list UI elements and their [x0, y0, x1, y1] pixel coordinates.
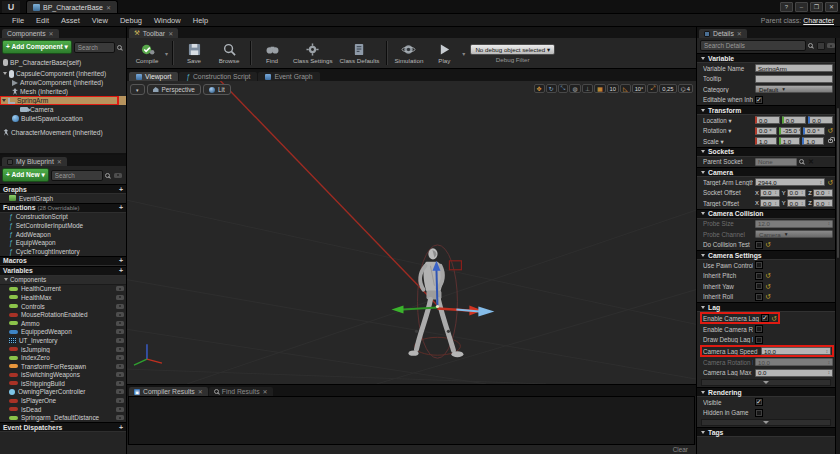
menu-view[interactable]: View: [86, 16, 114, 25]
expander-icon[interactable]: [4, 278, 8, 281]
browse-button[interactable]: Browse: [212, 43, 246, 64]
section-camera-settings[interactable]: Camera Settings: [697, 250, 835, 260]
close-button[interactable]: ✕: [825, 2, 838, 12]
section-camera[interactable]: Camera: [697, 167, 835, 177]
expand-advanced-button[interactable]: [701, 419, 831, 426]
graphs-header[interactable]: Graphs+: [0, 184, 126, 194]
eye-icon[interactable]: [116, 381, 124, 386]
details-search-input[interactable]: [700, 40, 806, 51]
target-offset-y-field[interactable]: 0.0↕: [787, 199, 807, 207]
location-y-field[interactable]: 0.0: [782, 116, 807, 124]
find-button[interactable]: Find: [255, 43, 289, 64]
view-options-icon[interactable]: [114, 173, 122, 178]
tooltip-field[interactable]: [755, 75, 833, 83]
list-item-eventgraph[interactable]: EventGraph: [0, 194, 126, 203]
add-macro-icon[interactable]: +: [119, 257, 123, 264]
camera-lag-max-distance-field[interactable]: 0.0↕: [755, 369, 833, 377]
eye-icon[interactable]: [116, 389, 124, 394]
add-component-button[interactable]: + Add Component ▾: [2, 40, 72, 54]
menu-help[interactable]: Help: [187, 16, 214, 25]
tree-item-camera[interactable]: Camera: [0, 105, 126, 114]
menu-debug[interactable]: Debug: [114, 16, 148, 25]
reset-icon[interactable]: [765, 272, 771, 279]
draw-debug-lag-checkbox[interactable]: [755, 336, 763, 344]
play-options-caret-icon[interactable]: ▾: [462, 50, 465, 57]
eye-icon[interactable]: [116, 347, 124, 352]
socket-offset-label[interactable]: Socket Offset: [703, 189, 753, 196]
expander-icon[interactable]: [3, 72, 7, 75]
eye-icon[interactable]: [116, 286, 124, 291]
eye-icon[interactable]: [116, 295, 124, 300]
tab-event-graph[interactable]: Event Graph: [258, 72, 319, 81]
scale-label[interactable]: Scale ▾: [703, 138, 753, 145]
tab-construction-script[interactable]: ƒConstruction Script: [179, 72, 257, 81]
tree-item-charactermovement[interactable]: CharacterMovement (Inherited): [0, 128, 126, 137]
reset-icon[interactable]: [765, 241, 771, 248]
variables-category-components[interactable]: Components: [0, 276, 126, 285]
macros-header[interactable]: Macros+: [0, 256, 126, 266]
list-item-variable[interactable]: HealthCurrent: [0, 285, 126, 294]
grid-snap-toggle-button[interactable]: ▦: [594, 84, 606, 93]
list-item-variable[interactable]: UT_Inventory: [0, 336, 126, 345]
rotation-z-field[interactable]: 0.0 °: [803, 127, 825, 135]
list-item-variable[interactable]: Springarm_DefaultDistance: [0, 413, 126, 422]
inherit-pitch-checkbox[interactable]: [755, 272, 763, 280]
compile-options-caret-icon[interactable]: ▾: [165, 50, 168, 57]
list-item-variable[interactable]: isShippingBuild: [0, 379, 126, 388]
eye-icon[interactable]: [116, 407, 124, 412]
save-button[interactable]: Save: [177, 43, 211, 64]
compiler-results-close-icon[interactable]: ✕: [198, 388, 203, 395]
use-pawn-control-checkbox[interactable]: [755, 261, 763, 269]
eye-icon[interactable]: [116, 304, 124, 309]
location-z-field[interactable]: 0.0: [808, 116, 833, 124]
tab-compiler-results[interactable]: ▣Compiler Results✕: [129, 387, 208, 396]
scale-lock-icon[interactable]: [828, 139, 833, 143]
clear-button[interactable]: Clear: [673, 446, 688, 453]
class-settings-button[interactable]: Class Settings: [290, 43, 336, 64]
scale-snap-toggle-button[interactable]: ⤢: [647, 84, 658, 93]
compile-button[interactable]: Compile: [130, 43, 164, 64]
section-transform[interactable]: Transform: [697, 105, 835, 115]
maximize-button[interactable]: ❐: [810, 2, 823, 12]
components-search-input[interactable]: [74, 42, 115, 53]
scale-z-field[interactable]: 1.0: [802, 137, 824, 145]
scale-snap-value-button[interactable]: 0,25: [659, 84, 676, 93]
tree-item-bulletspawn[interactable]: BulletSpawnLocation: [0, 114, 126, 123]
add-graph-icon[interactable]: +: [119, 186, 123, 193]
scale-tool-button[interactable]: ⤡: [558, 84, 569, 93]
add-new-button[interactable]: + Add New ▾: [2, 168, 49, 182]
list-item-variable[interactable]: isJumping: [0, 345, 126, 354]
menu-file[interactable]: File: [6, 16, 30, 25]
add-dispatcher-icon[interactable]: +: [119, 424, 123, 431]
rotation-label[interactable]: Rotation ▾: [703, 127, 753, 134]
section-camera-collision[interactable]: Camera Collision: [697, 209, 835, 219]
reset-icon[interactable]: [765, 293, 771, 300]
section-variable[interactable]: Variable: [697, 53, 835, 63]
find-results-close-icon[interactable]: ✕: [263, 388, 268, 395]
category-dropdown[interactable]: Default: [755, 85, 833, 93]
details-scrollbar[interactable]: [835, 38, 840, 454]
expander-icon[interactable]: [2, 99, 6, 102]
menu-window[interactable]: Window: [148, 16, 187, 25]
rotate-tool-button[interactable]: ↻: [546, 84, 557, 93]
socket-offset-y-field[interactable]: 0.0↕: [787, 189, 807, 197]
reset-icon[interactable]: [771, 315, 777, 322]
variable-name-field[interactable]: [755, 64, 833, 72]
eye-icon[interactable]: [116, 364, 124, 369]
list-item-variable[interactable]: HealthMax: [0, 293, 126, 302]
target-offset-label[interactable]: Target Offset: [703, 200, 753, 207]
target-offset-x-field[interactable]: 0.0↕: [760, 199, 780, 207]
tree-item-capsule[interactable]: CapsuleComponent (Inherited): [0, 69, 126, 78]
list-item-cycletroughtinventory[interactable]: ƒCycleTroughtInventory: [0, 247, 126, 256]
class-defaults-button[interactable]: Class Defaults: [337, 43, 383, 64]
rotation-y-field[interactable]: -35.0 °: [779, 127, 801, 135]
camera-speed-button[interactable]: ⌬4: [678, 84, 693, 93]
tree-item-arrow[interactable]: ArrowComponent (Inherited): [0, 78, 126, 87]
tree-item-self[interactable]: BP_CharacterBase(self): [0, 58, 126, 67]
location-label[interactable]: Location ▾: [703, 117, 753, 124]
section-tags[interactable]: Tags: [697, 427, 835, 437]
socket-offset-z-field[interactable]: 0.0↕: [813, 189, 833, 197]
list-item-setcontrollerinputmode[interactable]: ƒSetControllerInputMode: [0, 221, 126, 230]
details-close-icon[interactable]: ✕: [737, 30, 742, 37]
angle-snap-value-button[interactable]: 10°: [632, 84, 647, 93]
